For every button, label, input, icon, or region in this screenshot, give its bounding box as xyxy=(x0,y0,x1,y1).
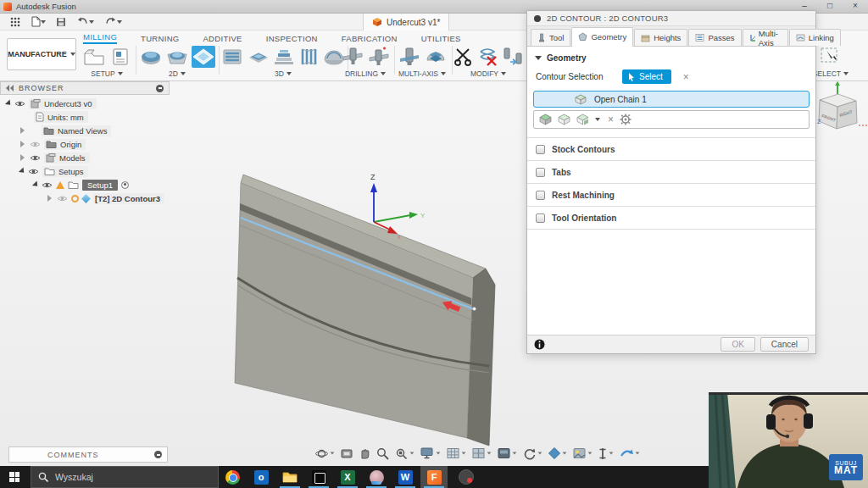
visibility-eye-icon[interactable] xyxy=(14,100,25,108)
tab-milling[interactable]: MILLING xyxy=(83,32,117,44)
environment-icon[interactable] xyxy=(573,447,593,459)
2d-pocket-icon[interactable] xyxy=(165,46,189,68)
browser-menu-icon[interactable] xyxy=(156,85,164,92)
taskbar-recorder[interactable] xyxy=(453,466,480,488)
setup1-selected-badge[interactable]: Setup1 xyxy=(82,180,118,191)
tab-inspection[interactable]: INSPECTION xyxy=(266,34,318,44)
tree-item-setups[interactable]: Setups xyxy=(0,164,195,178)
visibility-eye-icon[interactable] xyxy=(42,181,53,189)
start-button[interactable] xyxy=(0,466,29,488)
3d-spiral-icon[interactable] xyxy=(298,46,320,68)
dialog-tab-multiaxis[interactable]: Multi-Axis xyxy=(743,29,788,46)
scene-settings-icon[interactable] xyxy=(498,447,517,459)
redo-icon[interactable] xyxy=(104,17,122,27)
expand-icon[interactable] xyxy=(5,99,13,107)
orbit-icon[interactable] xyxy=(315,447,335,460)
refresh-icon[interactable] xyxy=(523,447,542,460)
collapsed-icon[interactable] xyxy=(20,141,25,147)
collapsed-icon[interactable] xyxy=(20,127,25,134)
undo-icon[interactable] xyxy=(76,17,94,27)
taskbar-connect-app[interactable] xyxy=(363,466,390,488)
tool-orientation-checkbox[interactable] xyxy=(536,214,545,223)
tabs-checkbox[interactable] xyxy=(536,168,545,177)
expand-icon[interactable] xyxy=(19,167,26,175)
taskbar-capture-tool[interactable] xyxy=(305,466,332,488)
geometry-section-header[interactable]: Geometry xyxy=(527,47,815,68)
open-chain-item[interactable]: Open Chain 1 xyxy=(533,91,810,108)
chain-select-cube-icon[interactable] xyxy=(539,114,552,125)
stock-contours-checkbox[interactable] xyxy=(536,145,545,154)
chain-outline-cube-icon[interactable] xyxy=(558,114,570,125)
group-modify-label[interactable]: MODIFY xyxy=(453,69,524,78)
reorder-icon[interactable] xyxy=(502,46,524,68)
visibility-eye-icon[interactable] xyxy=(30,154,41,162)
chain-settings-gear-icon[interactable] xyxy=(620,114,632,125)
grids-snaps-icon[interactable] xyxy=(447,447,466,459)
contour-select-button[interactable]: Select xyxy=(622,69,671,84)
taskbar-chrome[interactable] xyxy=(219,466,246,488)
display-settings-icon[interactable] xyxy=(420,447,441,459)
taskbar-word[interactable]: W xyxy=(392,466,419,488)
visibility-off-eye-icon[interactable] xyxy=(30,141,41,148)
save-icon[interactable] xyxy=(56,17,66,27)
cancel-button[interactable]: Cancel xyxy=(760,337,809,352)
new-setup-icon[interactable] xyxy=(82,46,106,68)
tree-item-named-views[interactable]: Named Views xyxy=(0,124,195,137)
tree-item-setup1[interactable]: Setup1 xyxy=(0,178,195,191)
maximize-button[interactable]: □ xyxy=(817,0,843,13)
section-collapse-icon[interactable] xyxy=(535,56,542,60)
dialog-tab-linking[interactable]: Linking xyxy=(789,29,841,46)
rest-machining-section[interactable]: Rest Machining xyxy=(527,184,815,207)
clear-selection-icon[interactable]: × xyxy=(683,71,689,83)
chain-delete-icon[interactable]: × xyxy=(608,114,614,125)
zoom-icon[interactable] xyxy=(376,447,389,460)
dialog-tab-passes[interactable]: Passes xyxy=(688,29,741,46)
taskbar-outlook[interactable]: o xyxy=(248,466,275,488)
tabs-section[interactable]: Tabs xyxy=(527,161,815,184)
tree-item-2d-contour3[interactable]: [T2] 2D Contour3 xyxy=(0,191,195,205)
tool-orientation-section[interactable]: Tool Orientation xyxy=(527,207,815,230)
appearance-icon[interactable] xyxy=(548,447,567,459)
dialog-tab-heights[interactable]: Heights xyxy=(634,29,687,46)
look-at-icon[interactable] xyxy=(341,448,353,459)
2d-adaptive-icon[interactable] xyxy=(139,46,163,68)
chain-mode-caret[interactable] xyxy=(595,118,600,121)
group-drilling-label[interactable]: DRILLING xyxy=(339,69,392,78)
group-3d-label[interactable]: 3D xyxy=(221,69,345,78)
file-menu-icon[interactable] xyxy=(31,16,46,27)
section-analysis-icon[interactable] xyxy=(620,448,640,459)
3d-adaptive-icon[interactable] xyxy=(221,46,244,68)
group-setup-label[interactable]: SETUP xyxy=(81,69,133,78)
tab-fabrication[interactable]: FABRICATION xyxy=(342,34,398,44)
pan-hand-icon[interactable] xyxy=(359,447,370,459)
taskbar-search[interactable] xyxy=(31,466,219,488)
active-setup-radio-icon[interactable] xyxy=(121,181,129,189)
collapsed-icon[interactable] xyxy=(20,154,25,161)
tree-item-units[interactable]: Units: mm xyxy=(0,110,195,124)
viewports-icon[interactable] xyxy=(472,447,492,459)
info-icon[interactable] xyxy=(534,339,545,350)
taskbar-file-explorer[interactable] xyxy=(276,466,303,488)
app-grid-icon[interactable] xyxy=(10,17,20,27)
document-tab[interactable]: Undercut3 v1* xyxy=(363,14,449,30)
comments-panel[interactable]: COMMENTS xyxy=(8,446,168,463)
chain-partial-cube-icon[interactable] xyxy=(576,114,589,125)
tree-item-root[interactable]: Undercut3 v0 xyxy=(0,97,195,110)
tab-additive[interactable]: ADDITIVE xyxy=(203,34,242,44)
expand-icon[interactable] xyxy=(32,180,40,188)
browser-panel-header[interactable]: BROWSER xyxy=(0,81,170,95)
select-cursor-icon[interactable] xyxy=(819,46,843,68)
close-button[interactable]: × xyxy=(843,0,868,13)
stock-contours-section[interactable]: Stock Contours xyxy=(527,138,815,161)
ok-button[interactable]: OK xyxy=(721,337,754,352)
taskbar-fusion[interactable]: F xyxy=(420,466,448,488)
visibility-eye-icon[interactable] xyxy=(28,168,39,175)
tree-item-models[interactable]: Models xyxy=(0,151,195,164)
drill-icon[interactable] xyxy=(341,46,364,68)
delete-toolpath-icon[interactable] xyxy=(477,46,499,68)
group-multiaxis-label[interactable]: MULTI-AXIS xyxy=(395,69,449,78)
comments-expand-icon[interactable] xyxy=(154,451,162,458)
2d-contour-icon-active[interactable] xyxy=(192,46,215,68)
dialog-tab-tool[interactable]: Tool xyxy=(531,29,570,46)
trim-scissors-icon[interactable] xyxy=(453,46,475,68)
